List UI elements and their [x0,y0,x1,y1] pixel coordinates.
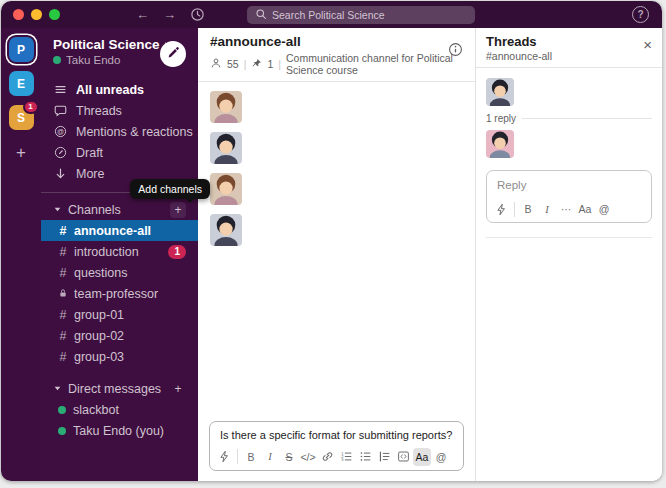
presence-dot-icon [53,56,61,64]
code-block-icon[interactable] [394,448,412,466]
italic-icon[interactable]: I [538,200,556,218]
bold-icon[interactable]: B [519,200,537,218]
close-window-button[interactable] [13,9,24,20]
sidebar-item-all-unreads[interactable]: All unreads [41,79,198,100]
strike-icon[interactable]: S [280,448,298,466]
hash-icon: # [58,349,68,365]
dm-item-slackbot[interactable]: slackbot [41,399,198,420]
zap-icon[interactable] [215,448,233,466]
italic-icon[interactable]: I [261,448,279,466]
svg-text:@: @ [57,128,64,135]
message-input[interactable]: Is there a specific format for submittin… [210,422,463,444]
search-input[interactable]: Search Political Science [247,6,475,24]
lines-icon [53,83,68,96]
message [210,132,463,164]
channel-title[interactable]: #announce-all [210,34,463,49]
avatar [210,132,242,164]
message [210,91,463,123]
add-channel-button[interactable]: + [170,202,186,218]
threads-panel-channel: #announce-all [486,50,552,62]
sidebar-item-label: Draft [76,145,103,161]
message-composer: Is there a specific format for submittin… [209,421,464,471]
workspace-tile-p[interactable]: P [9,37,34,62]
threads-panel-title: Threads [486,34,552,49]
channel-topic[interactable]: Communication channel for Political Scie… [286,52,463,76]
toolbar-divider [237,449,238,464]
dm-name: slackbot [73,402,119,418]
arrow-down-icon [53,167,68,180]
presence-dot-icon [58,406,66,414]
dm-name: Taku Endo (you) [73,423,164,439]
channel-item-questions[interactable]: #questions [41,262,198,283]
channel-item-introduction[interactable]: #introduction1 [41,241,198,262]
mention-icon[interactable]: @ [595,200,613,218]
channel-item-group-02[interactable]: #group-02 [41,325,198,346]
sidebar-item-threads[interactable]: Threads [41,100,198,121]
message [486,78,652,106]
message [210,173,463,205]
pin-count[interactable]: 1 [267,58,273,70]
message-list [198,82,475,414]
draft-icon [53,146,68,159]
info-icon[interactable] [448,42,463,61]
new-message-button[interactable] [160,41,186,67]
add-workspace-button[interactable]: + [16,143,26,163]
emoji-icon[interactable] [451,448,469,466]
zoom-window-button[interactable] [49,9,60,20]
sidebar-item-draft[interactable]: Draft [41,142,198,163]
reply-count-label: 1 reply [486,113,516,124]
search-icon [255,8,267,22]
channel-name: group-01 [74,307,124,323]
section-chevron-icon [53,382,62,396]
sidebar-item-label: More [76,166,104,182]
mention-icon[interactable]: @ [432,448,450,466]
avatar [210,91,242,123]
channel-item-group-01[interactable]: #group-01 [41,304,198,325]
format-icon[interactable]: Aa [576,200,594,218]
channel-item-team-professor[interactable]: team-professor [41,283,198,304]
help-icon[interactable]: ? [632,6,649,23]
bullet-list-icon[interactable] [356,448,374,466]
more-icon[interactable]: ··· [557,200,575,218]
members-icon [210,57,222,71]
channel-name: introduction [74,244,139,260]
link-icon[interactable] [318,448,336,466]
search-placeholder: Search Political Science [272,9,385,21]
blockquote-icon[interactable] [375,448,393,466]
dm-item-taku-endo-you-[interactable]: Taku Endo (you) [41,420,198,441]
member-count[interactable]: 55 [227,58,239,70]
format-icon[interactable]: Aa [413,448,431,466]
history-back-icon[interactable]: ← [136,8,149,21]
dm-section-header[interactable]: Direct messages + [41,378,198,399]
message [486,130,652,158]
close-icon[interactable]: × [643,37,652,52]
avatar [486,78,514,106]
channel-item-group-03[interactable]: #group-03 [41,346,198,367]
compose-pencil-icon [167,46,180,62]
reply-input[interactable]: Reply [487,171,651,197]
add-dm-button[interactable]: + [170,381,186,397]
sidebar-item-mentions-reactions[interactable]: @Mentions & reactions [41,121,198,142]
ordered-list-icon[interactable]: 123 [337,448,355,466]
presence-dot-icon [58,427,66,435]
emoji-icon[interactable] [614,200,632,218]
toolbar-divider [514,202,515,217]
history-clock-icon[interactable] [190,7,205,22]
workspace-tile-s[interactable]: S1 [9,105,34,130]
channels-section-header[interactable]: Channels + Add channels [41,199,198,220]
sidebar-item-label: Threads [76,103,122,119]
channel-header: #announce-all 55 | 1 | Communication cha… [198,28,475,82]
bold-icon[interactable]: B [242,448,260,466]
code-icon[interactable]: </> [299,448,317,466]
hash-icon: # [58,244,68,260]
meta-separator: | [244,58,247,70]
channel-item-announce-all[interactable]: #announce-all [41,220,198,241]
bubble-icon [53,104,68,117]
sidebar: Political Science Taku Endo All unreadsT… [41,28,198,481]
workspace-tile-e[interactable]: E [9,71,34,96]
zap-icon[interactable] [492,200,510,218]
attach-icon[interactable] [633,200,651,218]
history-forward-icon[interactable]: → [163,8,176,21]
pin-icon [251,58,262,71]
minimize-window-button[interactable] [31,9,42,20]
